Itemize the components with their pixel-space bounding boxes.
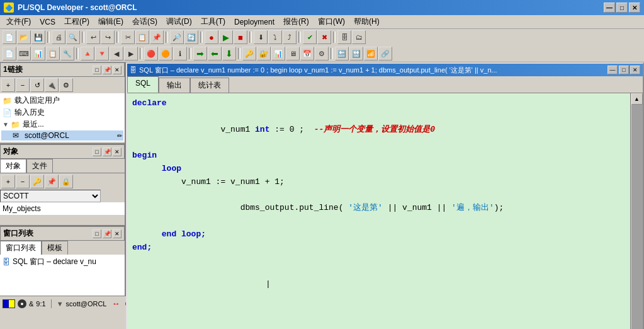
tb2-17[interactable]: 📅	[300, 47, 314, 61]
tb-run[interactable]: ▶	[219, 30, 233, 44]
tb2-20[interactable]: 🔛	[349, 47, 363, 61]
tab-files[interactable]: 文件	[26, 159, 53, 173]
sql-maximize-button[interactable]: □	[619, 66, 629, 74]
object-list-item-my-objects[interactable]: My_objects	[1, 204, 123, 214]
tb2-22[interactable]: 🔗	[378, 47, 392, 61]
tb-redo[interactable]: ↪	[101, 30, 115, 44]
tb-commit[interactable]: ✔	[303, 30, 317, 44]
close-button[interactable]: ✕	[629, 3, 640, 13]
tb-compile[interactable]: ●	[205, 30, 218, 44]
tb-undo[interactable]: ↩	[86, 30, 100, 44]
obj-ref3[interactable]: 🔒	[59, 175, 73, 188]
tb-schema[interactable]: 🗄	[337, 30, 351, 44]
tb-paste[interactable]: 📌	[150, 30, 164, 44]
tb2-11[interactable]: 🟠	[159, 47, 172, 61]
obj-ref1[interactable]: 🔑	[30, 175, 44, 188]
tb2-15[interactable]: 📊	[271, 47, 285, 61]
tb2-9[interactable]: ▶	[124, 47, 138, 61]
tb-open[interactable]: 📂	[17, 30, 31, 44]
tb-cut[interactable]: ✂	[121, 30, 135, 44]
tree-item-load-fixed[interactable]: 📁 载入固定用户	[1, 95, 123, 107]
tb2-13[interactable]: 🔑	[242, 47, 256, 61]
sql-tab-stats[interactable]: 统计表	[190, 78, 229, 93]
menu-window[interactable]: 窗口(W)	[314, 15, 349, 28]
menu-tools[interactable]: 工具(T)	[197, 15, 229, 28]
maximize-button[interactable]: □	[616, 3, 628, 13]
menu-file[interactable]: 文件(F)	[3, 15, 35, 28]
scroll-track[interactable]	[631, 105, 643, 329]
tb-step-over[interactable]: ⤵	[268, 30, 282, 44]
tree-item-recent[interactable]: ▼ 📁 最近...	[1, 118, 123, 130]
scroll-up-button[interactable]: ▲	[631, 93, 643, 105]
conn-panel-pin[interactable]: 📌	[103, 66, 111, 74]
tb2-arrow-l[interactable]: ⬅	[208, 47, 222, 61]
tb2-6[interactable]: 🔺	[81, 47, 94, 61]
conn-add[interactable]: +	[1, 78, 15, 92]
tb2-5[interactable]: 🔧	[60, 47, 74, 61]
sql-tab-output[interactable]: 输出	[159, 78, 190, 93]
obj-panel-close[interactable]: ✕	[113, 147, 121, 156]
tb2-cmd[interactable]: ⌨	[17, 47, 31, 61]
tb-copy[interactable]: 📋	[135, 30, 149, 44]
tb2-7[interactable]: 🔻	[95, 47, 109, 61]
tb2-10[interactable]: 🔴	[144, 47, 158, 61]
wl-tab-template[interactable]: 模板	[42, 241, 68, 255]
wl-tab-list[interactable]: 窗口列表	[0, 241, 42, 255]
conn-connect[interactable]: 🔌	[45, 78, 59, 92]
wl-panel-pin[interactable]: 📌	[103, 229, 111, 238]
menu-project[interactable]: 工程(P)	[60, 15, 93, 28]
obj-add[interactable]: +	[1, 175, 15, 188]
menu-deployment[interactable]: Deployment	[230, 16, 278, 28]
sql-tab-sql[interactable]: SQL	[127, 76, 159, 93]
tb2-arrow-r[interactable]: ➡	[193, 47, 207, 61]
menu-debug[interactable]: 调试(D)	[162, 15, 196, 28]
wl-panel-close[interactable]: ✕	[113, 229, 121, 238]
tb2-down[interactable]: ⬇	[222, 47, 236, 61]
tb-rollback[interactable]: ✖	[317, 30, 331, 44]
tree-item-scott[interactable]: ✉ scott@ORCL ✏	[1, 130, 123, 141]
conn-refresh[interactable]: ↺	[30, 78, 44, 92]
conn-panel-close[interactable]: ✕	[113, 66, 121, 74]
menu-help[interactable]: 帮助(H)	[350, 15, 383, 28]
conn-settings[interactable]: ⚙	[59, 78, 73, 92]
conn-remove[interactable]: −	[16, 78, 30, 92]
wl-panel-minimize[interactable]: □	[93, 229, 101, 238]
menu-report[interactable]: 报告(R)	[280, 15, 313, 28]
tb-preview[interactable]: 🔍	[66, 30, 80, 44]
minimize-button[interactable]: —	[604, 3, 615, 13]
tb2-4[interactable]: 📋	[46, 47, 60, 61]
tb2-21[interactable]: 📶	[364, 47, 378, 61]
tb2-new-sql[interactable]: 📄	[3, 47, 16, 61]
tb-step-in[interactable]: ⬇	[254, 30, 268, 44]
tb-find[interactable]: 🔎	[170, 30, 184, 44]
tb-new[interactable]: 📄	[3, 30, 16, 44]
tb-print[interactable]: 🖨	[52, 30, 65, 44]
tb2-8[interactable]: ◀	[110, 47, 123, 61]
sql-close-button[interactable]: ✕	[630, 66, 640, 74]
tb2-14[interactable]: 🔐	[257, 47, 271, 61]
obj-ref2[interactable]: 📌	[45, 175, 59, 188]
schema-selector[interactable]: SCOTT	[0, 190, 101, 202]
tb2-18[interactable]: ⚙	[315, 47, 329, 61]
menu-vcs[interactable]: VCS	[36, 16, 59, 28]
sql-editor[interactable]: declare v_num1 int := 0 ; --声明一个变量，设置初始值…	[127, 93, 630, 329]
tb2-12[interactable]: ℹ	[173, 47, 187, 61]
tb2-16[interactable]: 🖥	[286, 47, 300, 61]
tree-item-history[interactable]: 📄 输入历史	[1, 107, 123, 118]
tb-replace[interactable]: 🔄	[184, 30, 198, 44]
menu-session[interactable]: 会话(S)	[128, 15, 161, 28]
menu-edit[interactable]: 编辑(E)	[94, 15, 127, 28]
tb-stop[interactable]: ■	[234, 30, 247, 44]
tb-save[interactable]: 💾	[31, 30, 45, 44]
tb2-19[interactable]: 🔙	[335, 47, 349, 61]
obj-remove[interactable]: −	[16, 175, 30, 188]
tb-step-out[interactable]: ⤴	[283, 30, 297, 44]
window-list-item-sql[interactable]: 🗄 SQL 窗口 – declare v_nu	[1, 256, 123, 268]
sql-minimize-button[interactable]: —	[607, 66, 618, 74]
tb-obj-browser[interactable]: 🗂	[352, 30, 366, 44]
obj-panel-minimize[interactable]: □	[93, 147, 101, 156]
obj-panel-pin[interactable]: 📌	[103, 147, 111, 156]
tb2-3[interactable]: 📊	[31, 47, 45, 61]
conn-panel-minimize[interactable]: □	[93, 66, 101, 74]
tab-objects[interactable]: 对象	[0, 159, 26, 173]
